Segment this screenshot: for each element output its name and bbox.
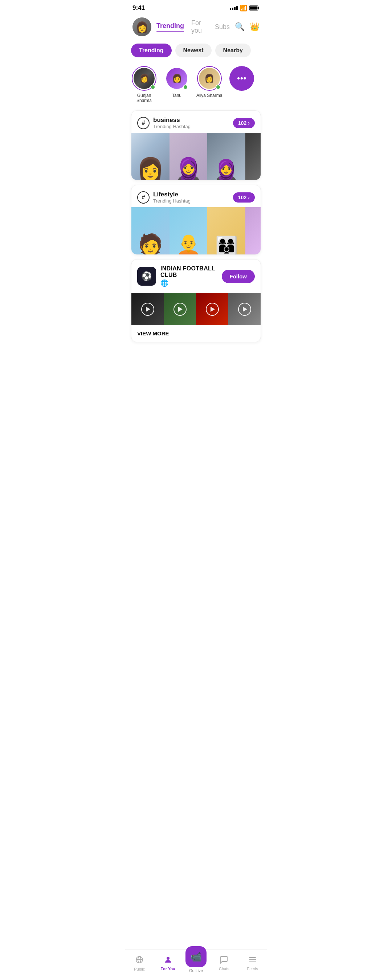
lifestyle-count: 102 (238, 194, 247, 200)
lifestyle-title: Lifestyle (153, 191, 233, 198)
online-indicator (150, 84, 155, 90)
header-nav: Trending For you Subs (156, 19, 230, 35)
play-icon-2 (178, 307, 183, 312)
lifestyle-section-titles: Lifestyle Trending Hashtag (153, 191, 233, 204)
view-more-row: VIEW MORE (131, 325, 261, 342)
battery-icon (249, 5, 260, 11)
play-button-4[interactable] (238, 303, 251, 316)
play-button-2[interactable] (174, 303, 186, 316)
view-more-button[interactable]: VIEW MORE (137, 330, 169, 336)
club-globe-icon: 🌐 (161, 279, 217, 287)
svg-rect-1 (258, 7, 260, 9)
lifestyle-section-header: # Lifestyle Trending Hashtag 102 › (131, 185, 261, 207)
business-subtitle: Trending Hashtag (153, 124, 233, 129)
play-icon-3 (210, 307, 215, 312)
lifestyle-images (131, 207, 261, 255)
stories-row: 👩 Gunjan Sharma 👩 Tanu 👩 (125, 60, 267, 106)
status-bar: 9:41 📶 (125, 0, 267, 14)
play-icon-1 (146, 307, 150, 312)
business-section-titles: business Trending Hashtag (153, 116, 233, 129)
club-video-2[interactable] (164, 293, 196, 325)
lifestyle-image-3 (207, 207, 245, 255)
business-image-2 (169, 133, 208, 180)
lifestyle-badge[interactable]: 102 › (233, 192, 255, 202)
status-time: 9:41 (132, 4, 145, 12)
business-image-3 (207, 133, 245, 180)
story-item[interactable]: 👩 Gunjan Sharma (131, 66, 157, 103)
club-video-bg-2 (164, 293, 196, 325)
club-video-4[interactable] (228, 293, 261, 325)
business-image-1 (131, 133, 169, 180)
hash-icon-business: # (137, 117, 150, 129)
user-avatar[interactable]: 👩 (132, 18, 151, 36)
filter-tabs: Trending Newest Nearby (125, 41, 267, 60)
lifestyle-image-4 (245, 207, 261, 255)
lifestyle-section: # Lifestyle Trending Hashtag 102 › (131, 185, 261, 255)
club-video-1[interactable] (131, 293, 164, 325)
story-item[interactable]: 👩 Tanu (164, 66, 189, 103)
follow-button[interactable]: Follow (222, 270, 255, 283)
club-info: INDIAN FOOTBALL CLUB 🌐 (161, 265, 217, 287)
lifestyle-image-2 (169, 207, 208, 255)
club-name: INDIAN FOOTBALL CLUB (161, 265, 217, 278)
hash-icon-lifestyle: # (137, 191, 150, 204)
business-chevron-icon: › (248, 120, 250, 126)
story-name-gunjan: Gunjan Sharma (131, 93, 157, 103)
club-video-bg-1 (131, 293, 164, 325)
nav-for-you[interactable]: For you (191, 19, 208, 35)
business-title: business (153, 116, 233, 124)
story-name-tanu: Tanu (172, 93, 182, 98)
business-images (131, 133, 261, 180)
business-count: 102 (238, 120, 247, 126)
filter-nearby[interactable]: Nearby (215, 43, 251, 57)
nav-subs[interactable]: Subs (215, 23, 230, 31)
lifestyle-chevron-icon: › (248, 194, 250, 200)
club-logo: ⚽ (137, 267, 156, 286)
business-section-header: # business Trending Hashtag 102 › (131, 111, 261, 133)
story-item[interactable]: 👩 Aliya Sharma (196, 66, 222, 103)
club-video-bg-4 (228, 293, 261, 325)
business-image-4 (245, 133, 261, 180)
online-indicator (183, 84, 188, 90)
lifestyle-subtitle: Trending Hashtag (153, 198, 233, 204)
club-logo-icon: ⚽ (141, 271, 152, 281)
business-badge[interactable]: 102 › (233, 118, 255, 128)
lifestyle-image-1 (131, 207, 169, 255)
play-button-3[interactable] (206, 303, 219, 316)
more-dots-icon: ••• (237, 74, 247, 83)
story-name-more (241, 93, 242, 98)
club-card: ⚽ INDIAN FOOTBALL CLUB 🌐 Follow (131, 259, 261, 342)
svg-rect-2 (250, 6, 258, 10)
play-button-1[interactable] (141, 303, 154, 316)
online-indicator (215, 84, 221, 90)
story-more[interactable]: ••• (229, 66, 254, 103)
header: 👩 Trending For you Subs 🔍 👑 (125, 14, 267, 41)
signal-icon (230, 6, 238, 10)
club-header: ⚽ INDIAN FOOTBALL CLUB 🌐 Follow (131, 259, 261, 293)
status-icons: 📶 (230, 5, 260, 12)
wifi-icon: 📶 (240, 5, 247, 12)
play-icon-4 (243, 307, 247, 312)
club-videos-grid (131, 293, 261, 325)
filter-trending[interactable]: Trending (131, 43, 172, 57)
nav-trending[interactable]: Trending (156, 22, 184, 32)
club-video-bg-3 (196, 293, 228, 325)
club-video-3[interactable] (196, 293, 228, 325)
filter-newest[interactable]: Newest (175, 43, 212, 57)
crown-icon[interactable]: 👑 (250, 22, 260, 32)
search-icon[interactable]: 🔍 (235, 22, 245, 32)
header-actions: 🔍 👑 (235, 22, 260, 32)
business-section: # business Trending Hashtag 102 › (131, 110, 261, 180)
story-name-aliya: Aliya Sharma (196, 93, 222, 98)
